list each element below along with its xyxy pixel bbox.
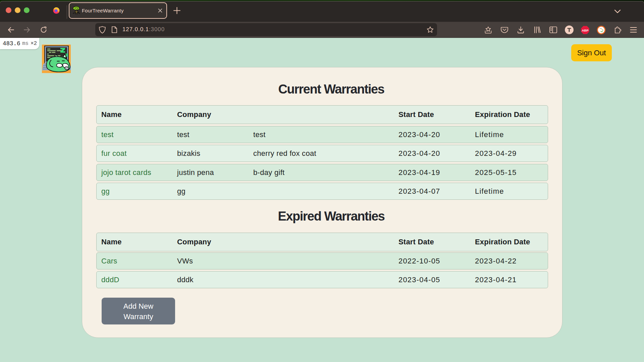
svg-text:ABP: ABP [582, 28, 589, 32]
